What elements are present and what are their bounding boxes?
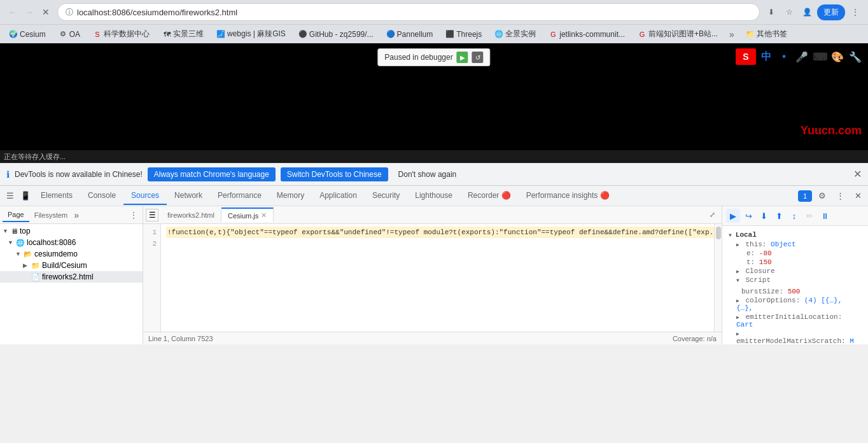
- tree-item-fireworks2[interactable]: 📄 fireworks2.html: [0, 271, 143, 283]
- switch-to-chinese-button[interactable]: Switch DevTools to Chinese: [281, 167, 388, 181]
- bookmark-github[interactable]: ⚫ GitHub - zq2599/...: [295, 28, 377, 41]
- file-panel-more-icon[interactable]: »: [74, 210, 79, 220]
- tree-arrow-cesiumdemo: ▼: [15, 251, 22, 257]
- devtools-more-button[interactable]: ⋮: [832, 188, 848, 204]
- browser-actions: ⬇ ☆ 👤 更新 ⋮: [764, 4, 863, 20]
- emitterlocation-value: Cart: [736, 321, 753, 328]
- debug-deactivate-button[interactable]: ✏: [802, 209, 816, 223]
- bookmark-panorama[interactable]: 🌐 全景实例: [491, 27, 540, 41]
- editor-expand-icon[interactable]: ⤢: [706, 208, 719, 222]
- tab-sources[interactable]: Sources: [123, 187, 167, 205]
- editor-tab-cesiumjs[interactable]: Cesium.js ✕: [221, 207, 274, 222]
- devtools-close-button[interactable]: ✕: [850, 188, 865, 204]
- debug-resume-button[interactable]: ▶: [726, 209, 740, 223]
- bookmark-jetlinks[interactable]: G jetlinks-communit...: [545, 28, 629, 41]
- sougou-logo[interactable]: S: [736, 48, 756, 65]
- closure-expand: [736, 267, 741, 275]
- debug-local-section: Local this: Object e: -80 t:: [722, 229, 868, 286]
- menu-button[interactable]: ⋮: [848, 4, 863, 20]
- devtools-settings-button[interactable]: ⚙: [815, 188, 830, 204]
- tree-label-top: top: [20, 227, 31, 236]
- script-key: Script: [745, 276, 771, 284]
- tree-item-top[interactable]: ▼ 🖥 top: [0, 225, 143, 237]
- tab-network[interactable]: Network: [167, 187, 210, 205]
- bookmark-threejs[interactable]: ⬛ Threejs: [442, 28, 486, 41]
- debugger-reload-button[interactable]: ↺: [472, 52, 484, 63]
- forward-button[interactable]: →: [22, 4, 37, 20]
- file-panel-tab-filesystem[interactable]: Filesystem: [29, 209, 73, 222]
- sougou-dot: •: [776, 49, 792, 64]
- tab-performance[interactable]: Performance: [210, 187, 269, 205]
- bookmark-pannellum[interactable]: 🔵 Pannellum: [382, 28, 437, 41]
- debug-script-entry[interactable]: Script: [726, 276, 864, 285]
- devtools-inspect-button[interactable]: ☰: [3, 188, 18, 204]
- debug-step-over-button[interactable]: ↪: [741, 209, 755, 223]
- sougou-keyboard[interactable]: ⌨: [812, 49, 827, 64]
- tab-memory[interactable]: Memory: [269, 187, 312, 205]
- bookmark-3d[interactable]: 🗺 实景三维: [158, 27, 207, 41]
- sougou-skin[interactable]: 🎨: [830, 49, 845, 64]
- dont-show-again-button[interactable]: Don't show again: [393, 167, 462, 181]
- browser-top-bar: ← → ✕ ⓘ localhost:8086/cesiumdemo/firewo…: [0, 0, 868, 24]
- downloads-button[interactable]: ⬇: [764, 4, 779, 20]
- file-panel-menu-button[interactable]: ⋮: [127, 209, 140, 222]
- debug-t-entry: t: 150: [726, 258, 864, 267]
- debugger-play-button[interactable]: ▶: [457, 52, 468, 63]
- sougou-tools[interactable]: 🔧: [848, 49, 863, 64]
- bookmark-other[interactable]: 📁 其他书签: [742, 27, 791, 41]
- devtools-badge[interactable]: 1: [798, 190, 812, 202]
- debug-local-title[interactable]: Local: [726, 230, 864, 240]
- debug-step-out-button[interactable]: ⬆: [772, 209, 786, 223]
- bookmark-frontend[interactable]: G 前端知识图谱+B站...: [634, 27, 722, 41]
- scrollbar-thumb[interactable]: [716, 227, 721, 239]
- update-button[interactable]: 更新: [817, 4, 845, 20]
- bookmark-more-icon[interactable]: »: [727, 28, 737, 41]
- devtools-device-button[interactable]: 📱: [18, 188, 33, 204]
- notify-close-button[interactable]: ✕: [853, 169, 862, 179]
- tree-item-localhost[interactable]: ▼ 🌐 localhost:8086: [0, 237, 143, 248]
- bookmark-threejs-label: Threejs: [456, 30, 482, 39]
- tab-lighthouse[interactable]: Lighthouse: [407, 187, 460, 205]
- file-panel-tab-page[interactable]: Page: [3, 208, 29, 222]
- debug-emittermatrix-entry[interactable]: emitterModelMatrixScratch: M: [726, 329, 864, 344]
- always-match-language-button[interactable]: Always match Chrome's language: [148, 167, 276, 181]
- debug-emitterlocation-entry[interactable]: emitterInitialLocation: Cart: [726, 313, 864, 329]
- editor-tabs: ☰ fireworks2.html Cesium.js ✕ ⤢: [143, 206, 722, 224]
- coverage-status: Coverage: n/a: [673, 335, 717, 342]
- code-lines[interactable]: !function(e,t){"object"==typeof exports&…: [161, 224, 714, 332]
- tab-recorder[interactable]: Recorder 🔴: [460, 187, 519, 205]
- tree-item-cesiumdemo[interactable]: ▼ 📂 cesiumdemo: [0, 248, 143, 260]
- local-section-label: Local: [736, 231, 757, 239]
- 3d-favicon: 🗺: [162, 30, 171, 39]
- bookmark-button[interactable]: ☆: [781, 4, 797, 20]
- tab-cesiumjs-close[interactable]: ✕: [261, 211, 267, 220]
- bookmark-webgis[interactable]: 🗾 webgis | 麻辣GIS: [213, 27, 290, 41]
- sougou-mic[interactable]: 🎤: [794, 49, 809, 64]
- debug-pause-button[interactable]: ⏸: [818, 209, 832, 223]
- bookmark-cesium[interactable]: 🌍 Cesium: [5, 28, 50, 41]
- profile-button[interactable]: 👤: [799, 4, 815, 20]
- reload-button[interactable]: ✕: [38, 4, 53, 20]
- debug-closure-entry[interactable]: Closure: [726, 267, 864, 276]
- tab-performance-insights[interactable]: Performance insights 🔴: [519, 187, 617, 205]
- tab-security[interactable]: Security: [365, 187, 407, 205]
- bookmark-science[interactable]: S 科学数据中心: [89, 27, 153, 41]
- bookmark-oa[interactable]: ⚙ OA: [55, 28, 84, 41]
- back-button[interactable]: ←: [5, 4, 20, 20]
- code-scrollbar[interactable]: [714, 224, 722, 332]
- address-bar[interactable]: ⓘ localhost:8086/cesiumdemo/fireworks2.h…: [57, 3, 760, 21]
- debug-step-into-button[interactable]: ⬇: [757, 209, 771, 223]
- tree-item-build-cesium[interactable]: ▶ 📁 Build/Cesium: [0, 260, 143, 271]
- debug-this-entry[interactable]: this: Object: [726, 240, 864, 249]
- tab-application[interactable]: Application: [312, 187, 365, 205]
- debug-coloroptions-entry[interactable]: colorOptions: (4) [{…}, {…},: [726, 296, 864, 313]
- editor-toggle-button[interactable]: ☰: [146, 209, 158, 222]
- tab-elements[interactable]: Elements: [33, 187, 80, 205]
- sougou-chinese[interactable]: 中: [759, 49, 774, 64]
- debug-step-button[interactable]: ↕: [787, 209, 801, 223]
- notify-info-icon: ℹ: [6, 169, 10, 179]
- tab-console[interactable]: Console: [80, 187, 123, 205]
- emitterlocation-expand: [736, 313, 741, 321]
- file-tree: ▼ 🖥 top ▼ 🌐 localhost:8086 ▼ 📂 cesi: [0, 224, 143, 344]
- editor-tab-fireworks2[interactable]: fireworks2.html: [161, 209, 221, 222]
